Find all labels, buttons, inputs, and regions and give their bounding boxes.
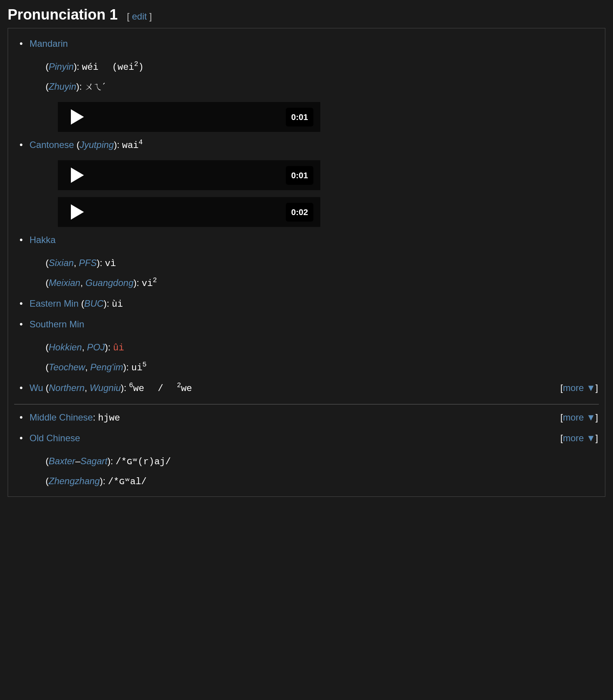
mandarin-item: Mandarin (Pinyin): wéi (wei2) (Zhuyin): … bbox=[20, 37, 598, 132]
wu-link[interactable]: Wu bbox=[30, 383, 43, 393]
chevron-down-icon: ▼ bbox=[587, 411, 596, 424]
zhuyin-link[interactable]: Zhuyin bbox=[49, 81, 76, 92]
hokkien-link[interactable]: Hokkien bbox=[49, 342, 82, 352]
pinyin-ascii: wei bbox=[118, 62, 134, 72]
sixian-value: vì bbox=[105, 258, 116, 269]
audio-time: 0:01 bbox=[286, 108, 313, 127]
pengim-link[interactable]: Peng'im bbox=[90, 362, 123, 372]
wu-value2-sup: 2 bbox=[177, 381, 181, 389]
wu-value1-sup: 6 bbox=[129, 381, 133, 389]
southern-min-hokkien: (Hokkien, POJ): ûi bbox=[46, 340, 598, 355]
hakka-item: Hakka (Sixian, PFS): vì (Meixian, Guangd… bbox=[20, 233, 598, 291]
audio-player-cantonese-2[interactable]: 0:02 bbox=[58, 197, 320, 227]
divider bbox=[14, 404, 599, 404]
buc-link[interactable]: BUC bbox=[84, 298, 104, 309]
wu-value2: we bbox=[181, 383, 192, 394]
old-chinese-item: Old Chinese [more ▼] (Baxter–Sagart): /*… bbox=[20, 431, 598, 489]
audio-player-mandarin[interactable]: 0:01 bbox=[58, 102, 320, 132]
eastern-min-link[interactable]: Eastern Min bbox=[30, 298, 79, 309]
play-icon[interactable] bbox=[71, 109, 84, 125]
edit-bracket: [ edit ] bbox=[127, 10, 152, 23]
more-toggle-oc[interactable]: [more ▼] bbox=[561, 431, 598, 445]
play-icon[interactable] bbox=[71, 204, 84, 220]
poj-link[interactable]: POJ bbox=[87, 342, 105, 352]
eastern-min-value: ùi bbox=[112, 299, 123, 309]
pinyin-ascii-sup: 2 bbox=[134, 60, 138, 68]
pronunciation-box: Mandarin (Pinyin): wéi (wei2) (Zhuyin): … bbox=[8, 28, 605, 497]
bs-value: /*ɢʷ(r)aj/ bbox=[116, 457, 171, 467]
audio-time: 0:01 bbox=[286, 166, 313, 185]
wugniu-link[interactable]: Wugniu bbox=[90, 383, 121, 393]
teochew-value: ui bbox=[131, 363, 143, 373]
zz-value: /*ɢʷal/ bbox=[108, 477, 147, 487]
mandarin-zhuyin: (Zhuyin): ㄨㄟˊ bbox=[46, 80, 598, 94]
teochew-value-sup: 5 bbox=[143, 361, 147, 368]
mandarin-pinyin: (Pinyin): wéi (wei2) bbox=[46, 60, 598, 74]
cantonese-link[interactable]: Cantonese bbox=[30, 140, 74, 150]
chevron-down-icon: ▼ bbox=[587, 381, 596, 395]
southern-min-link[interactable]: Southern Min bbox=[30, 319, 84, 329]
hakka-meixian: (Meixian, Guangdong): vi2 bbox=[46, 276, 598, 291]
middle-chinese-value: hjwe bbox=[98, 413, 120, 423]
mandarin-link[interactable]: Mandarin bbox=[30, 38, 68, 49]
jyutping-link[interactable]: Jyutping bbox=[80, 140, 114, 150]
wu-item: Wu (Northern, Wugniu): 6we / 2we [more ▼… bbox=[20, 381, 598, 396]
southern-min-item: Southern Min (Hokkien, POJ): ûi (Teochew… bbox=[20, 317, 598, 375]
wu-value1: we bbox=[133, 383, 144, 394]
guangdong-link[interactable]: Guangdong bbox=[85, 278, 133, 288]
cantonese-item: Cantonese (Jyutping): wai4 0:01 0:02 bbox=[20, 138, 598, 227]
sixian-link[interactable]: Sixian bbox=[49, 258, 74, 268]
pinyin-value[interactable]: wéi bbox=[82, 62, 98, 72]
play-icon[interactable] bbox=[71, 168, 84, 183]
pfs-link[interactable]: PFS bbox=[79, 258, 97, 268]
more-toggle-mc[interactable]: [more ▼] bbox=[561, 411, 598, 424]
baxter-link[interactable]: Baxter bbox=[49, 456, 75, 466]
old-chinese-baxter-sagart: (Baxter–Sagart): /*ɢʷ(r)aj/ bbox=[46, 454, 598, 469]
pinyin-link[interactable]: Pinyin bbox=[49, 61, 74, 72]
audio-time: 0:02 bbox=[286, 203, 313, 222]
hakka-sixian: (Sixian, PFS): vì bbox=[46, 256, 598, 271]
zhengzhang-link[interactable]: Zhengzhang bbox=[49, 476, 100, 486]
svg-marker-1 bbox=[71, 168, 84, 183]
svg-marker-0 bbox=[71, 109, 84, 125]
hakka-link[interactable]: Hakka bbox=[30, 235, 56, 245]
zhuyin-value: ㄨㄟˊ bbox=[84, 82, 105, 92]
northern-link[interactable]: Northern bbox=[49, 383, 84, 393]
middle-chinese-link[interactable]: Middle Chinese bbox=[30, 412, 93, 422]
meixian-link[interactable]: Meixian bbox=[49, 278, 80, 288]
chevron-down-icon: ▼ bbox=[587, 431, 596, 445]
eastern-min-item: Eastern Min (BUC): ùi bbox=[20, 297, 598, 311]
old-chinese-zhengzhang: (Zhengzhang): /*ɢʷal/ bbox=[46, 474, 598, 489]
teochew-link[interactable]: Teochew bbox=[49, 362, 85, 372]
more-toggle-wu[interactable]: [more ▼] bbox=[561, 381, 598, 395]
edit-link[interactable]: edit bbox=[132, 11, 147, 21]
meixian-value: vi bbox=[142, 278, 153, 289]
middle-chinese-item: Middle Chinese: hjwe [more ▼] bbox=[20, 411, 598, 425]
sagart-link[interactable]: Sagart bbox=[80, 456, 108, 466]
cantonese-value-sup[interactable]: 4 bbox=[139, 138, 143, 146]
southern-min-teochew: (Teochew, Peng'im): ui5 bbox=[46, 360, 598, 375]
cantonese-value[interactable]: wai bbox=[122, 140, 138, 151]
section-title: Pronunciation 1 bbox=[8, 4, 118, 26]
svg-marker-2 bbox=[71, 204, 84, 220]
hokkien-value[interactable]: ûi bbox=[113, 343, 124, 353]
meixian-value-sup: 2 bbox=[153, 276, 157, 284]
old-chinese-link[interactable]: Old Chinese bbox=[30, 433, 80, 443]
audio-player-cantonese-1[interactable]: 0:01 bbox=[58, 160, 320, 190]
